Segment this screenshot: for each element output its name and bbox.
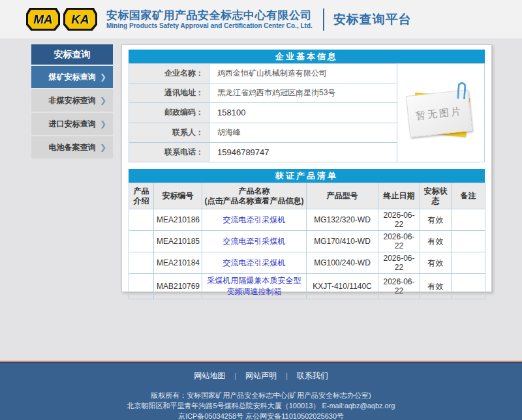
sidebar-item-noncoal-query[interactable]: 非煤安标查询 ❯ (31, 89, 113, 112)
copyright-block: 版权所有：安标国家矿用产品安全标志中心(矿用产品安全标志办公室) 北京朝阳区和平… (0, 390, 522, 420)
chevron-right-icon: ❯ (100, 136, 106, 158)
product-name-link[interactable]: 采煤机用隔爆兼本质安全型变频调速控制箱 (207, 276, 301, 296)
header-divider (323, 8, 324, 31)
postcode-label: 邮政编码： (129, 103, 209, 123)
col-header-code: 安标编号 (154, 183, 202, 209)
col-header-name: 产品名称 (点击产品名称查看产品信息) (202, 183, 307, 209)
table-header-row: 产品介绍 安标编号 产品名称 (点击产品名称查看产品信息) 产品型号 终止日期 … (129, 183, 485, 209)
cell-remark (452, 209, 485, 231)
company-info-title: 企业基本信息 (129, 50, 485, 63)
footer-link-separator: ｜ (232, 372, 239, 380)
address-label: 通讯地址： (129, 83, 209, 103)
cell-remark (452, 231, 485, 252)
cell-status: 有效 (420, 209, 452, 231)
product-name-link[interactable]: 交流电牵引采煤机 (223, 215, 286, 224)
cell-status: 有效 (420, 252, 452, 274)
col-header-status: 安标状态 (420, 183, 452, 209)
cell-expire: 2026-06-22 (378, 252, 420, 274)
footer-link-contact[interactable]: 联系我们 (297, 371, 328, 380)
top-header: MA KA 安标国家矿用产品安全标志中心有限公司 Mining Products… (0, 0, 522, 39)
app-root: { "header": { "logo_badges": ["MA", "KA"… (0, 0, 522, 420)
cell-code: MEA210185 (154, 231, 202, 252)
paperclip-icon (457, 82, 467, 100)
cell-name: 采煤机用隔爆兼本质安全型变频调速控制箱 (202, 274, 307, 299)
table-row: MEA210185 交流电牵引采煤机 MG170/410-WD 2026-06-… (129, 231, 485, 252)
address-value: 黑龙江省鸡西市鸡冠区南星街53号 (209, 83, 397, 103)
product-name-link[interactable]: 交流电牵引采煤机 (223, 258, 286, 267)
chevron-right-icon: ❯ (100, 66, 106, 88)
cell-status: 有效 (420, 231, 452, 252)
org-name-cn: 安标国家矿用产品安全标志中心有限公司 (106, 9, 313, 22)
product-name-link[interactable]: 交流电牵引采煤机 (223, 237, 286, 246)
copyright-line-3: 京ICP备05034258号 京公网安备11010502025630号 (0, 411, 522, 420)
copyright-line-1: 版权所有：安标国家矿用产品安全标志中心(矿用产品安全标志办公室) (0, 390, 522, 400)
product-list-title: 获证产品清单 (129, 169, 485, 183)
cell-code: MEA210184 (154, 252, 202, 274)
no-image-placeholder: 暂无图片 (397, 63, 485, 162)
table-row: 邮政编码： 158100 (129, 103, 397, 123)
sidebar-item-import-query[interactable]: 进口安标查询 ❯ (31, 113, 113, 135)
col-header-name-main: 产品名称 (204, 187, 305, 196)
postcode-value: 158100 (209, 103, 397, 123)
phone-label: 联系电话： (129, 142, 209, 162)
cell-name: 交流电牵引采煤机 (202, 252, 307, 274)
table-row: 企业名称： 鸡西金恒矿山机械制造有限公司 (129, 64, 397, 83)
sidebar-nav: 安标查询 煤矿安标查询 ❯ 非煤安标查询 ❯ 进口安标查询 ❯ 电池备案查询 ❯ (31, 44, 113, 158)
cell-name: 交流电牵引采煤机 (202, 209, 307, 231)
col-header-name-sub: (点击产品名称查看产品信息) (204, 196, 305, 206)
col-header-intro: 产品介绍 (129, 183, 154, 209)
sidebar-item-label: 非煤安标查询 (49, 96, 96, 105)
cell-remark (452, 274, 485, 299)
cell-model: MG170/410-WD (307, 231, 378, 252)
copyright-line-2: 北京朝阳区和平里青年沟路5号煤科总院安科大厦（100013） E-mail:aq… (0, 400, 522, 411)
cell-expire: 2026-06-22 (378, 231, 420, 252)
phone-value: 15946789747 (209, 142, 397, 162)
table-row: 联系人： 胡海峰 (129, 123, 397, 142)
contact-value: 胡海峰 (209, 123, 397, 142)
table-row: 联系电话： 15946789747 (129, 142, 397, 162)
cell-remark (452, 252, 485, 274)
footer-link-statement[interactable]: 网站声明 (245, 371, 277, 380)
sidebar-title: 安标查询 (31, 44, 113, 65)
platform-title: 安标查询平台 (333, 11, 412, 28)
sidebar-item-label: 煤矿安标查询 (49, 72, 96, 82)
ma-badge-text: MA (28, 10, 58, 29)
cell-intro (129, 209, 154, 231)
chevron-right-icon: ❯ (100, 89, 106, 112)
company-name-value: 鸡西金恒矿山机械制造有限公司 (209, 64, 397, 83)
ka-badge-icon: KA (63, 8, 97, 31)
ma-badge-icon: MA (26, 8, 60, 31)
table-row: MEA210184 交流电牵引采煤机 MG100/240-WD 2026-06-… (129, 252, 485, 274)
cell-expire: 2026-06-22 (378, 209, 420, 231)
cell-code: MAB210769 (154, 274, 202, 299)
content-panel: 企业基本信息 企业名称： 鸡西金恒矿山机械制造有限公司 通讯地址： 黑龙江省鸡西… (121, 44, 492, 292)
table-row: MAB210769 采煤机用隔爆兼本质安全型变频调速控制箱 KXJT-410/1… (129, 274, 485, 299)
footer-links: 网站地图｜网站声明｜联系我们 (0, 362, 522, 382)
org-titles: 安标国家矿用产品安全标志中心有限公司 Mining Products Safet… (106, 9, 313, 29)
page-footer: 网站地图｜网站声明｜联系我们 版权所有：安标国家矿用产品安全标志中心(矿用产品安… (0, 361, 522, 420)
cell-intro (129, 252, 154, 274)
footer-link-sitemap[interactable]: 网站地图 (194, 371, 225, 380)
maka-logo[interactable]: MA KA (26, 8, 97, 31)
sidebar-item-battery-query[interactable]: 电池备案查询 ❯ (31, 136, 113, 158)
sidebar-item-coal-query[interactable]: 煤矿安标查询 ❯ (31, 66, 113, 88)
contact-label: 联系人： (129, 123, 209, 142)
table-row: MEA210186 交流电牵引采煤机 MG132/320-WD 2026-06-… (129, 209, 485, 231)
cell-intro (129, 274, 154, 299)
chevron-right-icon: ❯ (100, 113, 106, 135)
cell-model: KXJT-410/1140C (307, 274, 378, 299)
table-row: 通讯地址： 黑龙江省鸡西市鸡冠区南星街53号 (129, 83, 397, 103)
cell-model: MG132/320-WD (307, 209, 378, 231)
company-info-table: 企业名称： 鸡西金恒矿山机械制造有限公司 通讯地址： 黑龙江省鸡西市鸡冠区南星街… (129, 63, 397, 162)
no-image-text: 暂无图片 (415, 105, 463, 122)
company-info-section: 企业名称： 鸡西金恒矿山机械制造有限公司 通讯地址： 黑龙江省鸡西市鸡冠区南星街… (129, 63, 485, 162)
col-header-remark: 备注 (452, 183, 485, 209)
product-table: 产品介绍 安标编号 产品名称 (点击产品名称查看产品信息) 产品型号 终止日期 … (129, 183, 485, 299)
company-name-label: 企业名称： (129, 64, 209, 83)
sidebar-item-label: 电池备案查询 (49, 143, 96, 152)
cell-code: MEA210186 (154, 209, 202, 231)
sidebar-item-label: 进口安标查询 (49, 119, 96, 128)
cell-name: 交流电牵引采煤机 (202, 231, 307, 252)
col-header-model: 产品型号 (307, 183, 378, 209)
footer-link-separator: ｜ (283, 372, 290, 380)
